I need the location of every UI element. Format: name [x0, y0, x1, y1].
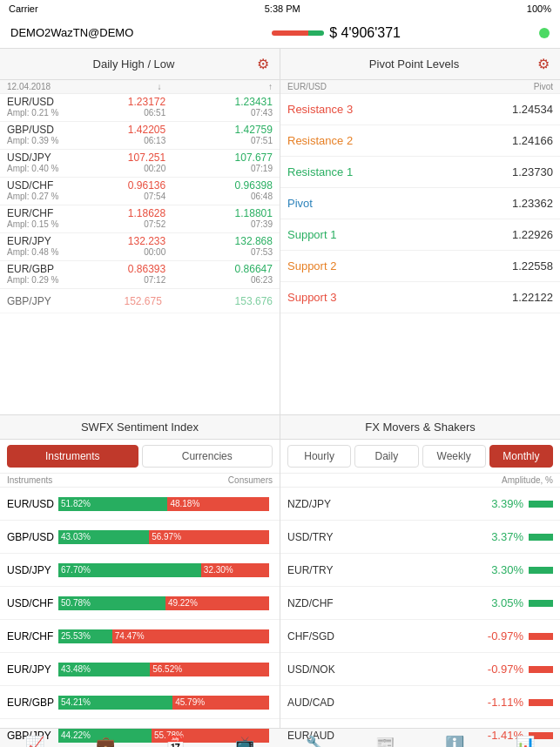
- movers-tab-weekly[interactable]: Weekly: [422, 445, 486, 468]
- daily-highlow-panel: Daily High / Low ⚙ 12.04.2018 ↓ ↑ EUR/US…: [0, 49, 280, 414]
- status-bar: Carrier 5:38 PM 100%: [0, 0, 560, 17]
- nav-analysis[interactable]: 🔧 Analysis: [280, 729, 350, 747]
- balance-section: $ 4'906'371: [272, 25, 401, 41]
- calendars-icon: 📅: [165, 735, 185, 748]
- account-balance: $ 4'906'371: [329, 25, 401, 41]
- movers-tab-monthly[interactable]: Monthly: [489, 445, 553, 468]
- movers-tab-daily[interactable]: Daily: [354, 445, 418, 468]
- sentiment-row: EUR/GBP 54.21% 45.79%: [0, 686, 280, 719]
- table-down: ↓: [158, 82, 162, 91]
- nav-info[interactable]: ℹ️ Info: [420, 729, 489, 747]
- account-bar: DEMO2WazTN@DEMO $ 4'906'371: [0, 17, 560, 49]
- pivot-header: Pivot Point Levels ⚙: [280, 49, 560, 80]
- pivot-row: Support 2 1.22558: [280, 251, 560, 282]
- nav-trade[interactable]: 📈 Trade: [0, 729, 70, 747]
- pivot-row: Resistance 2 1.24166: [280, 125, 560, 157]
- movers-title: FX Movers & Shakers: [291, 421, 550, 434]
- movers-header: FX Movers & Shakers: [280, 415, 560, 440]
- pivot-row: Support 1 1.22926: [280, 219, 560, 251]
- movers-row: EUR/TRY 3.30%: [280, 554, 560, 587]
- movers-tabs: Hourly Daily Weekly Monthly: [280, 440, 560, 474]
- nav-reports[interactable]: 📊 Reports: [490, 729, 560, 747]
- balance-bar: [272, 30, 324, 36]
- table-row: EUR/GBP Ampl: 0.29 % 0.86393 07:12 0.866…: [0, 261, 280, 289]
- pivot-title: Pivot Point Levels: [291, 57, 537, 71]
- pivot-row: Support 3 1.22122: [280, 282, 560, 313]
- sentiment-rows: EUR/USD 51.82% 48.18% GBP/USD 43.03% 56.…: [0, 488, 280, 747]
- movers-row: NZD/CHF 3.05%: [280, 587, 560, 620]
- movers-amplitude-label: Amplitude, %: [502, 475, 553, 485]
- sentiment-row: EUR/JPY 43.48% 56.52%: [0, 653, 280, 686]
- daily-table-header: 12.04.2018 ↓ ↑: [0, 80, 280, 94]
- battery-label: 100%: [527, 3, 551, 14]
- sentiment-panel: SWFX Sentiment Index Instruments Currenc…: [0, 415, 280, 728]
- info-icon: ℹ️: [445, 735, 464, 748]
- pivot-pair-label: EUR/USD: [287, 82, 327, 91]
- daily-highlow-title: Daily High / Low: [10, 57, 257, 71]
- sentiment-header: SWFX Sentiment Index: [0, 415, 280, 440]
- account-name: DEMO2WazTN@DEMO: [10, 26, 133, 39]
- sentiment-title: SWFX Sentiment Index: [10, 421, 269, 434]
- table-row: EUR/JPY Ampl: 0.48 % 132.233 00:00 132.8…: [0, 233, 280, 261]
- pivot-rows: Resistance 3 1.24534 Resistance 2 1.2416…: [280, 94, 560, 313]
- top-area: Daily High / Low ⚙ 12.04.2018 ↓ ↑ EUR/US…: [0, 49, 560, 414]
- sentiment-row: GBP/USD 43.03% 56.97%: [0, 521, 280, 554]
- sentiment-list-header: Instruments Consumers: [0, 474, 280, 488]
- movers-row: NZD/JPY 3.39%: [280, 488, 560, 521]
- pivot-table-header: EUR/USD Pivot: [280, 80, 560, 94]
- bottom-panels: SWFX Sentiment Index Instruments Currenc…: [0, 414, 560, 728]
- sentiment-tab-currencies[interactable]: Currencies: [142, 445, 273, 468]
- pivot-row: Resistance 1 1.23730: [280, 157, 560, 188]
- table-row: USD/JPY Ampl: 0.40 % 107.251 00:20 107.6…: [0, 150, 280, 178]
- table-row: EUR/CHF Ampl: 0.15 % 1.18628 07:52 1.188…: [0, 205, 280, 233]
- nav-portfolio[interactable]: 💼 Portfolio: [70, 729, 139, 747]
- sentiment-consumers-label: Consumers: [228, 475, 273, 485]
- table-row: GBP/USD Ampl: 0.39 % 1.42205 06:13 1.427…: [0, 122, 280, 150]
- daily-highlow-header: Daily High / Low ⚙: [0, 49, 280, 80]
- movers-panel: FX Movers & Shakers Hourly Daily Weekly …: [280, 415, 560, 728]
- analysis-icon: 🔧: [306, 735, 325, 748]
- connection-status: [539, 28, 550, 38]
- daily-rows: EUR/USD Ampl: 0.21 % 1.23172 06:51 1.234…: [0, 94, 280, 313]
- daily-highlow-settings[interactable]: ⚙: [257, 56, 269, 72]
- nav-calendars[interactable]: 📅 Calendars: [140, 729, 210, 747]
- table-date: 12.04.2018: [7, 82, 51, 91]
- carrier-label: Carrier: [9, 3, 38, 14]
- table-row: GBP/JPY 152.675 153.676: [0, 289, 280, 313]
- sentiment-row: USD/JPY 67.70% 32.30%: [0, 554, 280, 587]
- pivot-panel: Pivot Point Levels ⚙ EUR/USD Pivot Resis…: [280, 49, 560, 414]
- movers-rows: NZD/JPY 3.39% USD/TRY 3.37% EUR/TRY 3.30…: [280, 488, 560, 747]
- sentiment-row: EUR/USD 51.82% 48.18%: [0, 488, 280, 521]
- pivot-row: Pivot 1.23362: [280, 188, 560, 219]
- movers-tab-hourly[interactable]: Hourly: [287, 445, 351, 468]
- nav-forextv[interactable]: 📺 Forex TV: [210, 729, 280, 747]
- table-row: USD/CHF Ampl: 0.27 % 0.96136 07:54 0.963…: [0, 178, 280, 205]
- pivot-settings[interactable]: ⚙: [537, 56, 550, 72]
- movers-row: USD/NOK -0.97%: [280, 653, 560, 686]
- reports-icon: 📊: [516, 735, 535, 748]
- table-row: EUR/USD Ampl: 0.21 % 1.23172 06:51 1.234…: [0, 94, 280, 122]
- forextv-icon: 📺: [235, 735, 254, 748]
- sentiment-row: USD/CHF 50.78% 49.22%: [0, 587, 280, 620]
- table-up: ↑: [268, 82, 273, 91]
- sentiment-row: EUR/CHF 25.53% 74.47%: [0, 620, 280, 653]
- movers-row: AUD/CAD -1.11%: [280, 686, 560, 719]
- movers-row: USD/TRY 3.37%: [280, 521, 560, 554]
- sentiment-tabs: Instruments Currencies: [0, 440, 280, 474]
- movers-row: CHF/SGD -0.97%: [280, 620, 560, 653]
- movers-list-header: Amplitude, %: [280, 474, 560, 488]
- nav-news[interactable]: 📰 News: [350, 729, 420, 747]
- bottom-nav: 📈 Trade 💼 Portfolio 📅 Calendars 📺 Forex …: [0, 728, 560, 747]
- pivot-row: Resistance 3 1.24534: [280, 94, 560, 125]
- sentiment-tab-instruments[interactable]: Instruments: [7, 445, 138, 468]
- trade-icon: 📈: [25, 735, 44, 748]
- portfolio-icon: 💼: [96, 735, 115, 748]
- time-label: 5:38 PM: [265, 3, 300, 14]
- news-icon: 📰: [375, 735, 395, 748]
- sentiment-instruments-label: Instruments: [7, 475, 52, 485]
- pivot-col-label: Pivot: [534, 82, 553, 91]
